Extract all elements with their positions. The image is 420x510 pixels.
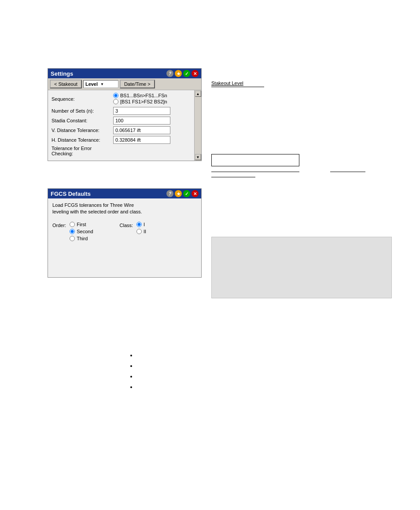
num-sets-row: Number of Sets (n):	[52, 107, 191, 115]
order-first-radio[interactable]	[70, 222, 75, 227]
fgcs-star-icon[interactable]: ★	[175, 190, 182, 197]
order-first-label: First	[77, 222, 86, 227]
datetime-button[interactable]: Date/Time >	[120, 80, 155, 88]
bullet-list	[136, 352, 138, 394]
hdist-row: H. Distance Tolerance:	[52, 136, 191, 144]
order-third-label: Third	[77, 236, 88, 241]
titlebar-icons: ? ★ ✓ ✕	[166, 70, 199, 77]
vdist-label: V. Distance Tolerance:	[52, 128, 113, 133]
scroll-up-button[interactable]: ▲	[195, 91, 201, 97]
bullet-item-2	[136, 363, 138, 369]
order-second-label: Second	[77, 229, 93, 234]
fgcs-dialog: FGCS Defaults ? ★ ✓ ✕ Load FCGS toleranc…	[48, 188, 202, 278]
sequence-option2-label: [BS1 FS1>FS2 BS2]n	[120, 99, 167, 104]
fgcs-order-class: Order: First Second Third	[52, 222, 197, 243]
bullet-item-1	[136, 352, 138, 358]
right-box[interactable]	[211, 154, 299, 166]
class-II-label: II	[144, 229, 146, 234]
stadia-label: Stadia Constant:	[52, 118, 113, 123]
num-sets-label: Number of Sets (n):	[52, 108, 113, 114]
right-line-2	[330, 172, 365, 172]
settings-title: Settings	[51, 70, 73, 77]
vdist-input[interactable]	[113, 126, 170, 134]
order-section: Order: First Second Third	[52, 222, 93, 243]
class-II-radio[interactable]	[136, 229, 142, 234]
class-options: I II	[136, 222, 146, 236]
fgcs-help-icon[interactable]: ?	[166, 190, 173, 197]
num-sets-input[interactable]	[113, 107, 170, 115]
sequence-option2-row: [BS1 FS1>FS2 BS2]n	[113, 99, 167, 104]
fgcs-content: Load FCGS tolerances for Three Wirelevel…	[48, 198, 201, 277]
sequence-label: Sequence:	[52, 96, 113, 102]
sequence-option1-row: BS1...BSn>FS1...FSn	[113, 93, 167, 98]
order-label: Order:	[52, 223, 66, 228]
close-icon[interactable]: ✕	[192, 70, 199, 77]
class-II-row: II	[136, 229, 146, 234]
fgcs-close-icon[interactable]: ✕	[192, 190, 199, 197]
class-section: Class: I II	[120, 222, 147, 243]
sequence-row: Sequence: BS1...BSn>FS1...FSn [BS1 FS1>F…	[52, 93, 191, 105]
settings-body: Sequence: BS1...BSn>FS1...FSn [BS1 FS1>F…	[48, 90, 201, 161]
hdist-input[interactable]	[113, 136, 170, 144]
settings-toolbar: < Stakeout Level ▼ Date/Time >	[48, 78, 201, 90]
scrollbar[interactable]: ▲ ▼	[194, 90, 201, 161]
class-label: Class:	[120, 223, 133, 228]
class-I-radio[interactable]	[136, 222, 142, 227]
sequence-radio-1[interactable]	[113, 93, 118, 98]
sequence-options: BS1...BSn>FS1...FSn [BS1 FS1>FS2 BS2]n	[113, 93, 167, 105]
order-second-radio[interactable]	[70, 229, 75, 234]
check-icon[interactable]: ✓	[183, 70, 190, 77]
settings-dialog: Settings ? ★ ✓ ✕ < Stakeout Level ▼ Date…	[48, 68, 202, 161]
gray-content-box	[211, 237, 392, 298]
bullet-item-3	[136, 373, 138, 379]
right-line-3	[211, 177, 255, 177]
order-second-row: Second	[70, 229, 93, 234]
class-I-label: I	[144, 222, 145, 227]
settings-content: Sequence: BS1...BSn>FS1...FSn [BS1 FS1>F…	[48, 90, 194, 161]
stadia-input[interactable]	[113, 117, 170, 125]
fgcs-description: Load FCGS tolerances for Three Wirelevel…	[52, 202, 197, 216]
sequence-radio-2[interactable]	[113, 99, 118, 104]
underline-decoration	[211, 87, 264, 87]
scroll-down-button[interactable]: ▼	[195, 154, 201, 160]
fgcs-title: FGCS Defaults	[51, 191, 91, 197]
stadia-row: Stadia Constant:	[52, 117, 191, 125]
sequence-option1-label: BS1...BSn>FS1...FSn	[120, 93, 167, 98]
order-third-radio[interactable]	[70, 236, 75, 241]
tolerance-label: Tolerance for Error Checking:	[52, 146, 113, 156]
level-dropdown[interactable]: Level ▼	[83, 80, 118, 88]
order-first-row: First	[70, 222, 93, 227]
order-options: First Second Third	[70, 222, 93, 243]
right-line-1	[211, 172, 299, 172]
help-icon[interactable]: ?	[166, 70, 173, 77]
bullet-item-4	[136, 384, 138, 390]
fgcs-bottom-space	[52, 243, 197, 274]
stakeout-level-link[interactable]: Stakeout Level	[211, 81, 243, 86]
class-I-row: I	[136, 222, 146, 227]
fgcs-titlebar-icons: ? ★ ✓ ✕	[166, 190, 199, 197]
hdist-label: H. Distance Tolerance:	[52, 137, 113, 143]
fgcs-check-icon[interactable]: ✓	[183, 190, 190, 197]
order-third-row: Third	[70, 236, 93, 241]
dropdown-arrow-icon: ▼	[100, 82, 104, 86]
settings-titlebar: Settings ? ★ ✓ ✕	[48, 69, 201, 78]
star-icon[interactable]: ★	[175, 70, 182, 77]
stakeout-button[interactable]: < Stakeout	[50, 80, 82, 88]
vdist-row: V. Distance Tolerance:	[52, 126, 191, 134]
tolerance-row: Tolerance for Error Checking:	[52, 146, 191, 156]
fgcs-titlebar: FGCS Defaults ? ★ ✓ ✕	[48, 189, 201, 198]
